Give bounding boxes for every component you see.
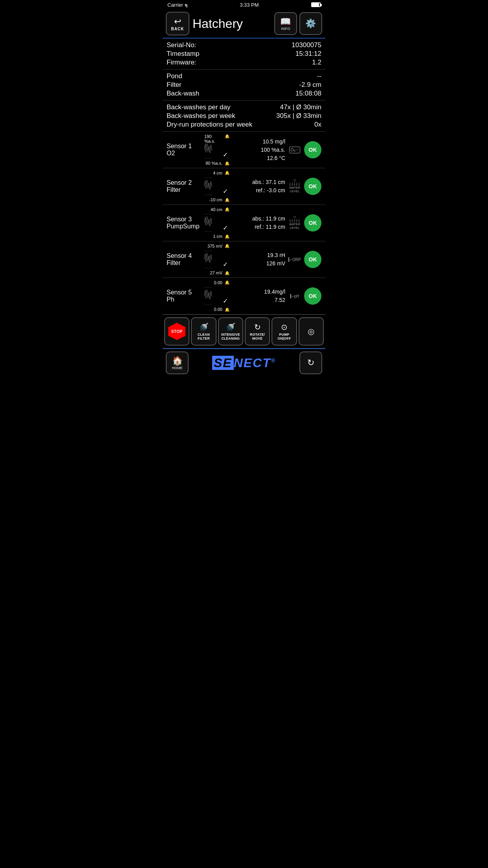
sensor-name-s3: Sensor 3 PumpSump [167, 216, 202, 230]
sensors-container: Sensor 1 O2 190 %a.s. 🔔 ✓ 80 %a.s. 🔔 10.… [163, 132, 325, 314]
pond-value: -- [317, 72, 321, 80]
graph-bell-top-icon: 🔔 [225, 134, 229, 138]
reading-line: abs.: 11.9 cm [234, 215, 285, 223]
sensor-section-s4: Sensor 4 Filter 375 mV 🔔 ✓ 27 mV 🔔 19.3 … [163, 241, 325, 278]
sensor-subtitle: Filter [167, 186, 202, 193]
clean-filter-icon: 🚿 [199, 322, 209, 332]
info-button[interactable]: 📖 INFO [274, 12, 297, 35]
sensor-readings-s3: abs.: 11.9 cmref.: 11.9 cm [234, 215, 285, 231]
carrier-info: Carrier 𝛈 [167, 2, 187, 8]
pump-icon: ⊙ [281, 322, 288, 332]
ok-badge-s5: OK [304, 287, 321, 305]
sensor-title: Sensor 2 [167, 179, 202, 186]
intensive-cleaning-icon: 🚿 [226, 322, 235, 332]
pond-label: Pond [167, 72, 182, 80]
reading-line: 12.6 °C [234, 154, 285, 162]
reading-line: ref.: -3.0 cm [234, 186, 285, 195]
pump-onoff-button[interactable]: ⊙ PUMPON|OFF [272, 317, 297, 346]
o2-icon: O₂⁙ [289, 147, 300, 153]
stop-button[interactable]: STOP [164, 317, 189, 346]
settings-button[interactable]: ⚙️ [299, 12, 322, 35]
back-label: BACK [171, 27, 184, 31]
water-level-icon: ▽┤┤┤┤┤WATERLEVEL [289, 216, 300, 230]
battery-icon [311, 2, 321, 7]
info-icon: 📖 [280, 17, 291, 27]
sensor-type-icon-s4: ⌐ORP [288, 257, 302, 262]
stats-section: Back-washes per day 47x | Ø 30min Back-w… [163, 101, 325, 132]
backwash-value: 15:08:08 [295, 90, 321, 97]
back-button[interactable]: ↩ BACK [166, 12, 189, 35]
footer-nav: 🏠 HOME SESENECTNECT® ↻ [163, 348, 325, 377]
sensor-title: Sensor 3 [167, 216, 202, 223]
filter-row: Filter -2.9 cm [167, 81, 321, 89]
intensive-cleaning-button[interactable]: 🚿 INTENSIVECLEANING [218, 317, 243, 346]
firmware-label: Firmware: [167, 59, 196, 66]
graph-bottom-val: 27 mV [210, 270, 222, 275]
sensor-readings-s5: 19.4mg/l7.52 [234, 288, 285, 304]
sensor-type-icon-s2: ▽┤┤┤┤┤WATERLEVEL [288, 179, 302, 193]
rotate-move-button[interactable]: ↻ ROTATE/MOVE [245, 317, 270, 346]
sensor-subtitle: Ph [167, 296, 202, 303]
sensor-section-s3: Sensor 3 PumpSump 40 cm 🔔 ✓ 1 cm 🔔 abs.:… [163, 205, 325, 241]
graph-checkmark-icon: ✓ [223, 151, 228, 158]
reading-line: 19.3 rH [234, 251, 285, 259]
extra-button[interactable]: ◎ [299, 317, 324, 346]
refresh-button[interactable]: ↻ [299, 351, 322, 374]
back-arrow-icon: ↩ [174, 17, 181, 27]
graph-bottom-val: -10 cm [209, 197, 222, 202]
sensor-name-s4: Sensor 4 Filter [167, 252, 202, 267]
refresh-icon: ↻ [307, 358, 314, 368]
graph-checkmark-icon: ✓ [223, 224, 228, 232]
time-display: 3:33 PM [240, 2, 259, 8]
dryrun-row: Dry-run protections per week 0x [167, 120, 321, 129]
reading-line: 126 mV [234, 259, 285, 268]
reading-line: 100 %a.s. [234, 146, 285, 154]
graph-top-val: 375 mV [207, 244, 222, 248]
sensor-type-icon-s3: ▽┤┤┤┤┤WATERLEVEL [288, 216, 302, 230]
reading-line: 7.52 [234, 296, 285, 304]
reading-line: ref.: 11.9 cm [234, 223, 285, 231]
graph-bottom-val: 1 cm [213, 234, 222, 239]
sensor-title: Sensor 1 [167, 143, 202, 150]
graph-bell-top-icon: 🔔 [225, 207, 229, 211]
page-title: Hatchery [193, 17, 271, 31]
sensor-graph-s2: 4 cm 🔔 ✓ -10 cm 🔔 [204, 171, 232, 202]
firmware-row: Firmware: 1.2 [167, 58, 321, 67]
status-bar: Carrier 𝛈 3:33 PM [163, 0, 325, 9]
header-actions: 📖 INFO ⚙️ [274, 12, 322, 35]
sensor-subtitle: O2 [167, 150, 202, 157]
ok-badge-s4: OK [304, 251, 321, 268]
graph-top-val: 40 cm [211, 207, 222, 212]
graph-line [204, 177, 212, 196]
graph-bell-top-icon: 🔔 [225, 171, 229, 175]
clean-filter-button[interactable]: 🚿 CLEANFILTER [191, 317, 216, 346]
graph-top-val: 4 cm [213, 171, 222, 175]
sensor-title: Sensor 4 [167, 252, 202, 259]
device-info-section: Serial-No: 10300075 Timestamp 15:31:12 F… [163, 39, 325, 70]
home-icon: 🏠 [172, 356, 183, 366]
backwash-day-row: Back-washes per day 47x | Ø 30min [167, 103, 321, 112]
graph-checkmark-icon: ✓ [223, 261, 228, 268]
sensor-section-s5: Sensor 5 Ph 0.00 🔔 ✓ 0.00 🔔 19.4mg/l7.52 [163, 278, 325, 314]
graph-bell-bottom-icon: 🔔 [225, 234, 229, 239]
graph-bell-bottom-icon: 🔔 [225, 198, 229, 202]
timestamp-label: Timestamp [167, 50, 199, 58]
graph-checkmark-icon: ✓ [223, 188, 228, 195]
filter-label: Filter [167, 81, 182, 89]
brand-name: SESENECTNECT® [212, 356, 276, 370]
serial-label: Serial-No: [167, 41, 196, 49]
home-button[interactable]: 🏠 HOME [166, 351, 189, 374]
graph-bell-bottom-icon: 🔔 [225, 307, 229, 312]
rotate-label: ROTATE/MOVE [250, 333, 265, 340]
backwash-week-label: Back-washes per week [167, 112, 235, 120]
brand-logo: SESENECTNECT® [189, 356, 299, 370]
carrier-label: Carrier [167, 2, 183, 8]
graph-bottom-val: 80 %a.s. [205, 161, 222, 166]
registered-mark: ® [271, 357, 276, 364]
ok-badge-s2: OK [304, 178, 321, 195]
battery-fill [312, 3, 319, 6]
pond-section: Pond -- Filter -2.9 cm Back-wash 15:08:0… [163, 70, 325, 101]
timestamp-value: 15:31:12 [295, 50, 321, 58]
stop-icon: STOP [168, 323, 185, 340]
backwash-day-label: Back-washes per day [167, 103, 231, 111]
